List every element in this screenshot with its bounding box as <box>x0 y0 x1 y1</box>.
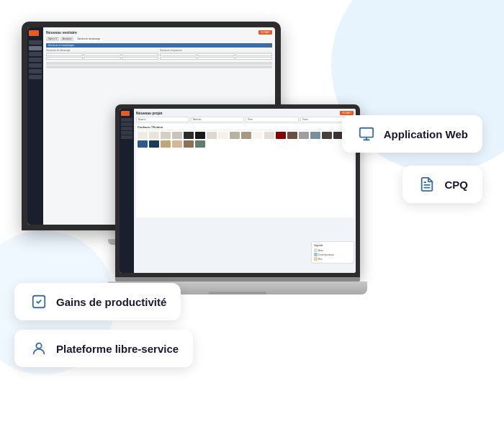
swatch-espresso[interactable] <box>322 132 332 139</box>
laptop-sidebar-item-1 <box>121 118 132 122</box>
swatch-group-11 <box>253 132 263 139</box>
monitor-icon <box>356 124 377 144</box>
swatch-group-4 <box>172 132 182 139</box>
monitor-col-1: Garnitures de démarrage <box>46 49 158 60</box>
swatch-gold[interactable] <box>161 140 171 148</box>
swatch-caramel[interactable] <box>172 140 182 148</box>
monitor-logo <box>29 30 39 36</box>
user-icon <box>29 338 49 359</box>
swatch-group-3 <box>161 132 171 139</box>
swatch-group-22 <box>172 140 182 148</box>
swatch-blue-gray[interactable] <box>310 132 320 139</box>
laptop-color-swatches <box>138 132 352 148</box>
badge-application-web-label: Application Web <box>384 128 468 140</box>
swatch-walnut[interactable] <box>184 140 194 148</box>
monitor-bottom-section-2 <box>46 66 272 68</box>
swatch-beige[interactable] <box>138 132 148 139</box>
swatch-group-14 <box>287 132 297 139</box>
swatch-light-gray[interactable] <box>149 132 159 139</box>
laptop-logo <box>121 111 130 116</box>
laptop-app-title: Nouveau projet <box>136 111 162 115</box>
monitor-sidebar-item-7 <box>29 75 42 79</box>
swatch-group-6 <box>195 132 205 139</box>
badge-cpq[interactable]: CPQ <box>402 166 482 203</box>
cpq-icon <box>417 174 437 194</box>
input-largeur[interactable] <box>46 53 83 56</box>
swatch-group-23 <box>184 140 194 148</box>
laptop-app-ui: Nouveau projet SUIVANT Nuance Matériau S… <box>120 109 356 273</box>
swatch-group-8 <box>218 132 228 139</box>
svg-rect-0 <box>360 128 373 138</box>
laptop-colors-title: Couleurs / Finition <box>138 125 352 130</box>
laptop-field-1[interactable]: Nuance <box>136 117 189 122</box>
laptop-container: Nouveau projet SUIVANT Nuance Matériau S… <box>115 104 360 294</box>
laptop-form-row: Nuance Matériau Série Teinte <box>136 117 354 122</box>
swatch-white[interactable] <box>218 132 228 139</box>
swatch-group-16 <box>310 132 320 139</box>
swatch-group-5 <box>184 132 194 139</box>
swatch-group-15 <box>299 132 309 139</box>
swatch-warm-gray[interactable] <box>172 132 182 139</box>
swatch-dark[interactable] <box>184 132 194 139</box>
swatch-linen[interactable] <box>207 132 217 139</box>
swatch-ivory[interactable] <box>253 132 263 139</box>
swatch-group-21 <box>161 140 171 148</box>
laptop-sidebar-item-3 <box>121 127 132 130</box>
monitor-suivant-btn[interactable]: SUIVANT <box>258 30 272 35</box>
monitor-section-title: Garnitures et remplissages <box>46 43 272 48</box>
laptop-sidebar-item-2 <box>121 122 132 126</box>
swatch-navy[interactable] <box>149 140 159 148</box>
swatch-group-2 <box>149 132 159 139</box>
badge-plateforme-label: Plateforme libre-service <box>56 343 179 355</box>
svg-point-6 <box>36 343 41 348</box>
laptop-field-2[interactable]: Matériau <box>191 117 244 122</box>
swatch-group-10 <box>241 132 251 139</box>
monitor-content-area: Garnitures de démarrage <box>46 49 272 60</box>
laptop-field-3[interactable]: Série <box>246 117 299 122</box>
swatch-group-1 <box>138 132 148 139</box>
input-quantite[interactable] <box>84 53 120 56</box>
monitor-tab-1[interactable]: Style n°1 <box>46 37 59 41</box>
badge-gains-productivite[interactable]: Gains de productivité <box>14 283 181 320</box>
input-haut[interactable] <box>122 53 158 56</box>
monitor-sidebar <box>27 27 43 225</box>
swatch-brown[interactable] <box>287 132 297 139</box>
monitor-app-title: Nouveau vestiaire <box>46 30 77 35</box>
swatch-red[interactable] <box>276 132 286 139</box>
monitor-tab-3[interactable]: Garnitures/ remplissage <box>75 37 102 41</box>
laptop-screen: Nouveau projet SUIVANT Nuance Matériau S… <box>120 109 356 273</box>
monitor-tab-2[interactable]: Assistant <box>60 37 73 41</box>
swatch-green-gray[interactable] <box>195 140 205 148</box>
laptop-sidebar <box>120 109 134 273</box>
badge-gains-label: Gains de productivité <box>56 296 166 308</box>
monitor-sidebar-item-4 <box>29 58 42 62</box>
swatch-group-12 <box>264 132 274 139</box>
swatch-group-19 <box>138 140 148 148</box>
laptop-main-content: Nouveau projet SUIVANT Nuance Matériau S… <box>134 109 356 273</box>
swatch-blue[interactable] <box>138 140 148 148</box>
swatch-black[interactable] <box>195 132 205 139</box>
laptop-sidebar-item-4 <box>121 131 132 135</box>
swatch-medium-beige[interactable] <box>161 132 171 139</box>
monitor-sidebar-item-2 <box>29 46 42 50</box>
monitor-col-2: Garnitures d'expansion <box>160 49 272 60</box>
monitor-sidebar-item-1 <box>29 40 42 45</box>
swatch-group-17 <box>322 132 332 139</box>
monitor-sidebar-item-5 <box>29 63 42 68</box>
swatch-sand[interactable] <box>264 132 274 139</box>
badge-application-web[interactable]: Application Web <box>342 115 482 153</box>
swatch-stone[interactable] <box>230 132 240 139</box>
swatch-group-7 <box>207 132 217 139</box>
swatch-gray[interactable] <box>299 132 309 139</box>
swatch-taupe[interactable] <box>241 132 251 139</box>
laptop-colors-section: Couleurs / Finition <box>136 124 354 217</box>
check-icon <box>29 292 49 312</box>
swatch-group-13 <box>276 132 286 139</box>
monitor-sidebar-item-6 <box>29 69 42 73</box>
monitor-tabs: Style n°1 Assistant Garnitures/ rempliss… <box>46 37 272 41</box>
swatch-group-20 <box>149 140 159 148</box>
monitor-sidebar-item-3 <box>29 52 42 56</box>
monitor-title-bar: Nouveau vestiaire SUIVANT <box>46 30 272 35</box>
badge-plateforme-libre-service[interactable]: Plateforme libre-service <box>14 330 193 367</box>
laptop-header: Nouveau projet SUIVANT <box>136 111 354 115</box>
